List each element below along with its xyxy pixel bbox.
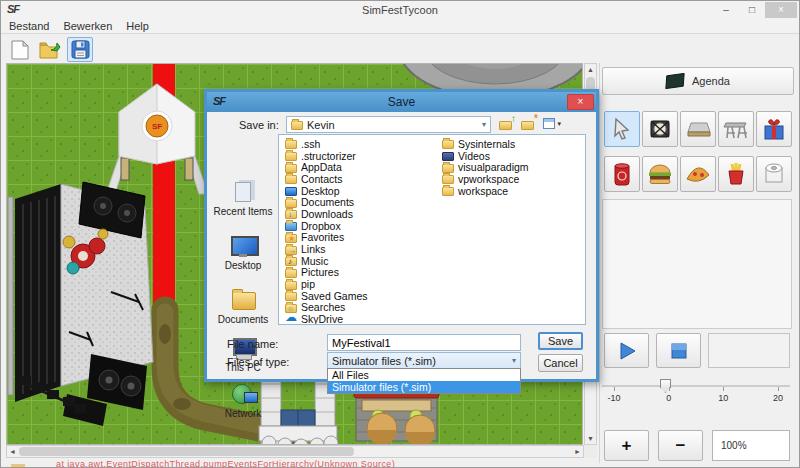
main-window: SF SimFestTycoon – □ × BestandBewerkenHe…: [0, 0, 800, 468]
file-list-item[interactable]: .ssh: [285, 138, 368, 150]
minimize-button[interactable]: –: [713, 2, 739, 18]
file-list-item[interactable]: Contacts: [285, 173, 368, 185]
folder-icon: [291, 121, 303, 130]
file-list-item[interactable]: Videos: [442, 150, 529, 162]
window-title: SimFestTycoon: [1, 4, 799, 16]
stage-light-tool[interactable]: [642, 111, 678, 147]
menu-item[interactable]: Help: [126, 19, 149, 33]
maximize-button[interactable]: □: [739, 2, 765, 18]
horizontal-scroll-thumb[interactable]: [19, 447, 354, 456]
file-list-item[interactable]: pip: [285, 278, 368, 290]
videos-icon: [442, 152, 454, 161]
save-button[interactable]: Save: [538, 332, 583, 350]
desktop-monitor-icon: [228, 234, 258, 258]
links-icon: [285, 246, 297, 255]
file-list-item[interactable]: Music: [285, 255, 368, 267]
file-list-item[interactable]: Pictures: [285, 267, 368, 279]
scroll-right-arrow[interactable]: ►: [572, 446, 583, 457]
horizontal-scrollbar[interactable]: ◄ ►: [6, 445, 584, 458]
slider-track[interactable]: [602, 385, 790, 387]
stage-truss-tool[interactable]: [718, 111, 754, 147]
toilet-paper-tool[interactable]: [756, 156, 792, 192]
scroll-up-arrow[interactable]: ▲: [585, 64, 596, 75]
places-sidebar-item[interactable]: Documents: [210, 288, 276, 325]
trash-can-tool[interactable]: [604, 156, 640, 192]
menu-item[interactable]: Bewerken: [63, 19, 112, 33]
file-list-item[interactable]: Searches: [285, 302, 368, 314]
pizza-tool[interactable]: [680, 156, 716, 192]
file-list-item[interactable]: AppData: [285, 161, 368, 173]
file-list-item[interactable]: Links: [285, 243, 368, 255]
zoom-in-button[interactable]: +: [604, 430, 649, 461]
view-menu-button[interactable]: ▾: [543, 116, 559, 131]
new-document-icon: [11, 40, 29, 60]
menu-item[interactable]: Bestand: [9, 19, 49, 33]
zoom-out-button[interactable]: −: [658, 430, 703, 461]
gift-icon: [762, 117, 786, 141]
fries-icon: [726, 162, 746, 186]
music-icon: [285, 257, 297, 266]
file-list-item[interactable]: Downloads: [285, 208, 368, 220]
file-list-item[interactable]: vpworkspace: [442, 173, 529, 185]
play-button[interactable]: [604, 333, 649, 368]
dialog-toolbar: ↑ * ▾: [499, 116, 559, 131]
file-list-item[interactable]: SkyDrive: [285, 313, 368, 325]
dropdown-option[interactable]: All Files: [328, 369, 520, 381]
stop-button[interactable]: [656, 333, 701, 368]
cancel-button[interactable]: Cancel: [538, 354, 583, 372]
save-button-toolbar[interactable]: [67, 37, 93, 62]
title-bar: SF SimFestTycoon – □ ×: [1, 1, 799, 19]
file-name-input[interactable]: [327, 334, 521, 351]
files-of-type-dropdown: All FilesSimulator files (*.sim): [327, 368, 521, 394]
save-in-combobox[interactable]: Kevin ▾: [286, 116, 491, 133]
tick-label: 20: [766, 393, 790, 403]
tick-label: 0: [657, 393, 681, 403]
file-list-item[interactable]: Documents: [285, 196, 368, 208]
dropdown-option[interactable]: Simulator files (*.sim): [328, 381, 520, 393]
speed-slider[interactable]: -1001020: [602, 377, 790, 411]
combo-arrow-icon[interactable]: ▾: [512, 356, 516, 365]
scroll-down-arrow[interactable]: ▼: [585, 433, 596, 444]
new-document-button[interactable]: [7, 37, 33, 62]
file-name-label: File name:: [227, 338, 278, 350]
up-one-level-button[interactable]: ↑: [499, 116, 515, 131]
file-list-item[interactable]: Sysinternals: [442, 138, 529, 150]
file-list-item[interactable]: workspace: [442, 185, 529, 197]
scroll-left-arrow[interactable]: ◄: [7, 446, 18, 457]
combo-arrow-icon[interactable]: ▾: [482, 120, 486, 129]
agenda-button[interactable]: Agenda: [602, 67, 794, 95]
save-dialog: SF Save × Save in: Kevin ▾ ↑ * ▾: [204, 89, 599, 382]
open-folder-button[interactable]: [37, 37, 63, 62]
places-sidebar-item[interactable]: Desktop: [210, 234, 276, 271]
places-sidebar-item[interactable]: Network: [210, 382, 276, 419]
file-list[interactable]: .ssh .structorizer AppData Contacts Desk…: [278, 134, 586, 325]
menu-bar: BestandBewerkenHelp: [1, 19, 799, 34]
file-list-item[interactable]: Saved Games: [285, 290, 368, 302]
files-of-type-combobox[interactable]: Simulator files (*.sim) ▾: [327, 352, 521, 369]
file-list-item[interactable]: Dropbox: [285, 220, 368, 232]
road-tile-tool[interactable]: [680, 111, 716, 147]
places-sidebar: Recent Items Desktop Documents This PC N…: [210, 134, 276, 372]
favorites-icon: [285, 234, 297, 243]
gift-tool[interactable]: [756, 111, 792, 147]
file-list-item[interactable]: .structorizer: [285, 150, 368, 162]
select-cursor-tool[interactable]: [604, 111, 640, 147]
agenda-book-icon: [665, 73, 684, 89]
agenda-list-panel[interactable]: [602, 199, 792, 329]
downloads-icon: [285, 210, 297, 219]
fries-tool[interactable]: [718, 156, 754, 192]
close-button[interactable]: ×: [765, 2, 797, 18]
dialog-close-button[interactable]: ×: [567, 94, 594, 110]
skydrive-icon: [285, 316, 297, 325]
new-folder-button[interactable]: *: [521, 116, 537, 131]
new-folder-icon: [521, 121, 534, 130]
right-panel: Agenda: [599, 63, 795, 463]
file-list-item[interactable]: Desktop: [285, 185, 368, 197]
dialog-title-bar[interactable]: SF Save ×: [207, 92, 596, 112]
status-box: [708, 333, 790, 368]
burger-tool[interactable]: [642, 156, 678, 192]
file-list-item[interactable]: Favorites: [285, 232, 368, 244]
places-sidebar-item[interactable]: Recent Items: [210, 180, 276, 217]
tool-row-2: [604, 156, 792, 192]
file-list-item[interactable]: visualparadigm: [442, 161, 529, 173]
